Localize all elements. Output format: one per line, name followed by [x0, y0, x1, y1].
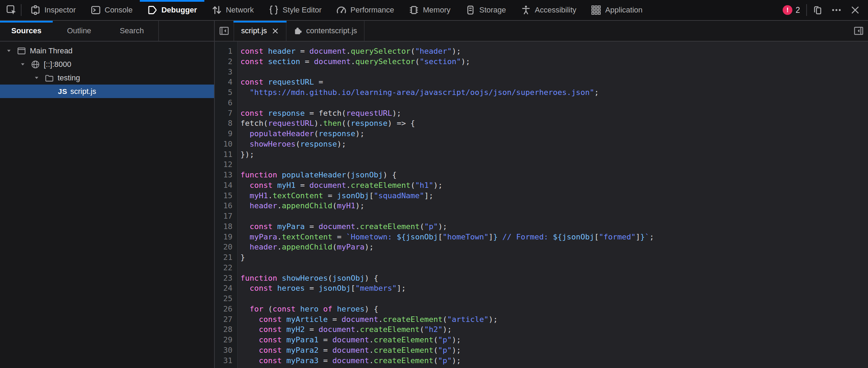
code-line-content[interactable]: function populateHeader(jsonObj) { — [237, 170, 397, 180]
code-line-content[interactable]: const myPara1 = document.createElement("… — [237, 335, 461, 345]
toolbox-tab-memory[interactable]: Memory — [401, 0, 458, 20]
toolbox-tab-debugger[interactable]: Debugger — [140, 0, 204, 20]
code-line-content[interactable]: }); — [237, 149, 254, 160]
line-number[interactable]: 7 — [215, 108, 237, 119]
code-line-content[interactable]: const myArticle = document.createElement… — [237, 314, 498, 325]
line-number[interactable]: 13 — [215, 170, 237, 180]
code-line-content[interactable]: const myPara2 = document.createElement("… — [237, 345, 461, 356]
toolbox-tab-accessibility[interactable]: Accessibility — [513, 0, 584, 20]
line-number[interactable]: 27 — [215, 314, 237, 325]
source-editor[interactable]: 1const header = document.querySelector("… — [215, 42, 868, 368]
toolbox-tab-style-editor[interactable]: Style Editor — [261, 0, 329, 20]
source-tree-item-script-js[interactable]: JSscript.js — [0, 85, 214, 98]
tab-close-icon[interactable] — [272, 27, 279, 35]
code-line-content[interactable]: fetch(requestURL).then((response) => { — [237, 118, 415, 129]
code-line-content[interactable]: const myPara = document.createElement("p… — [237, 221, 447, 232]
code-line-content[interactable]: myPara.textContent = `Hometown: ${jsonOb… — [237, 232, 654, 242]
line-number[interactable]: 10 — [215, 139, 237, 149]
code-line-content[interactable] — [237, 263, 240, 273]
toolbox-tab-storage[interactable]: Storage — [458, 0, 513, 20]
line-number[interactable]: 9 — [215, 129, 237, 139]
code-line-content[interactable]: const requestURL = — [237, 77, 323, 87]
line-number[interactable]: 20 — [215, 242, 237, 252]
code-line-content[interactable]: for (const hero of heroes) { — [237, 304, 378, 314]
line-number[interactable]: 5 — [215, 87, 237, 98]
code-line-content[interactable] — [237, 98, 240, 108]
toolbox-tab-inspector[interactable]: Inspector — [23, 0, 83, 20]
line-number[interactable]: 2 — [215, 56, 237, 67]
line-number[interactable]: 30 — [215, 345, 237, 356]
line-number[interactable]: 1 — [215, 46, 237, 56]
line-number[interactable]: 24 — [215, 283, 237, 293]
close-devtools-button[interactable] — [847, 0, 863, 20]
line-number[interactable]: 23 — [215, 273, 237, 283]
toolbox-tab-label: Inspector — [44, 6, 76, 15]
editor-tab-contentscript-js[interactable]: contentscript.js — [287, 21, 365, 41]
line-number[interactable]: 21 — [215, 252, 237, 263]
code-line-content[interactable]: showHeroes(response); — [237, 139, 346, 149]
code-line-content[interactable] — [237, 211, 240, 221]
twisty-expanded-icon[interactable] — [18, 61, 27, 67]
error-badge-icon: ! — [783, 5, 792, 15]
line-number[interactable]: 11 — [215, 149, 237, 160]
code-line-content[interactable]: const section = document.querySelector("… — [237, 56, 470, 67]
line-number[interactable]: 26 — [215, 304, 237, 314]
code-line-content[interactable]: header.appendChild(myPara); — [237, 242, 374, 252]
code-line-content[interactable]: function showHeroes(jsonObj) { — [237, 273, 378, 283]
code-line-content[interactable]: "https://mdn.github.io/learning-area/jav… — [237, 87, 599, 98]
line-number[interactable]: 31 — [215, 356, 237, 366]
line-number[interactable]: 4 — [215, 77, 237, 87]
code-line: 9 populateHeader(response); — [215, 129, 868, 139]
twisty-expanded-icon[interactable] — [4, 48, 13, 54]
tab-sources[interactable]: Sources — [0, 21, 53, 41]
source-tree-item-main-thread[interactable]: Main Thread — [0, 44, 214, 58]
tab-search-label: Search — [120, 26, 144, 35]
tab-outline[interactable]: Outline — [53, 21, 105, 41]
line-number[interactable]: 12 — [215, 159, 237, 170]
line-number[interactable]: 17 — [215, 211, 237, 221]
code-line-content[interactable] — [237, 293, 240, 304]
toolbox-tab-console[interactable]: Console — [83, 0, 140, 20]
code-line-content[interactable] — [237, 67, 240, 77]
toolbox-tab-application[interactable]: Application — [584, 0, 650, 20]
code-line-content[interactable]: const response = fetch(requestURL); — [237, 108, 401, 119]
line-number[interactable]: 15 — [215, 191, 237, 201]
toolbox-tab-performance[interactable]: Performance — [329, 0, 401, 20]
pick-element-button[interactable] — [2, 0, 21, 20]
meatball-menu-button[interactable] — [828, 0, 844, 20]
collapse-sources-pane-button[interactable] — [215, 21, 233, 41]
code-line: 13function populateHeader(jsonObj) { — [215, 170, 868, 180]
code-line-content[interactable]: } — [237, 252, 245, 263]
line-number[interactable]: 8 — [215, 118, 237, 129]
line-number[interactable]: 19 — [215, 232, 237, 242]
tab-search[interactable]: Search — [105, 21, 158, 41]
line-number[interactable]: 22 — [215, 263, 237, 273]
line-number[interactable]: 28 — [215, 324, 237, 335]
source-tree-item--8000[interactable]: [::]:8000 — [0, 58, 214, 71]
code-line-content[interactable]: const myPara3 = document.createElement("… — [237, 356, 461, 366]
toolbox-tab-network[interactable]: Network — [204, 0, 261, 20]
code-line-content[interactable] — [237, 159, 240, 170]
collapse-right-pane-button[interactable] — [849, 21, 868, 41]
line-number[interactable]: 18 — [215, 221, 237, 232]
debugger-icon — [147, 5, 158, 15]
line-number[interactable]: 16 — [215, 201, 237, 211]
line-number[interactable]: 3 — [215, 67, 237, 77]
editor-tab-script-js[interactable]: script.js — [233, 21, 287, 41]
error-count-badge[interactable]: ! 2 — [779, 5, 803, 15]
code-line-content[interactable]: const header = document.querySelector("h… — [237, 46, 461, 56]
code-line-content[interactable]: myH1.textContent = jsonObj["squadName"]; — [237, 191, 433, 201]
code-line-content[interactable]: populateHeader(response); — [237, 129, 365, 139]
code-line-content[interactable]: const myH2 = document.createElement("h2"… — [237, 324, 452, 335]
line-number[interactable]: 25 — [215, 293, 237, 304]
source-tree-item-testing[interactable]: testing — [0, 71, 214, 85]
line-number[interactable]: 6 — [215, 98, 237, 108]
code-line-content[interactable]: const myH1 = document.createElement("h1"… — [237, 180, 443, 191]
line-number[interactable]: 14 — [215, 180, 237, 191]
line-number[interactable]: 29 — [215, 335, 237, 345]
twisty-expanded-icon[interactable] — [32, 75, 41, 81]
code-line-content[interactable]: const heroes = jsonObj["members"]; — [237, 283, 406, 293]
code-line-content[interactable]: header.appendChild(myH1); — [237, 201, 365, 211]
responsive-design-mode-button[interactable] — [810, 0, 826, 20]
window-icon — [16, 46, 27, 55]
